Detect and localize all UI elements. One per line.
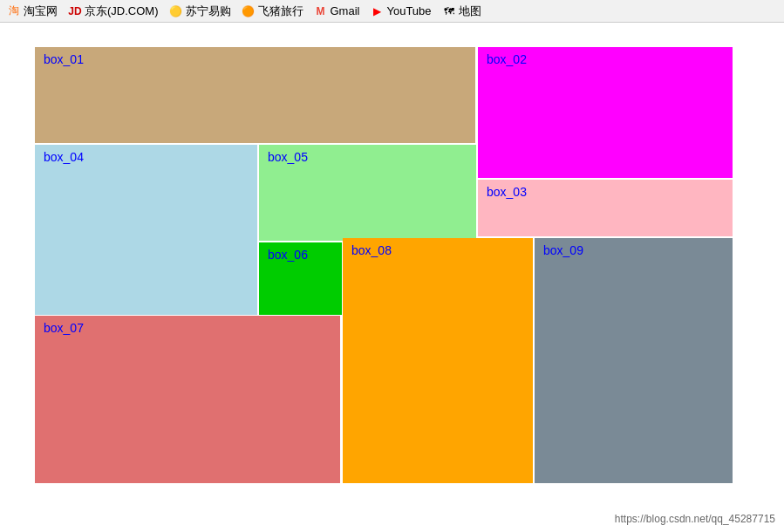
taobao-label: 淘宝网 (24, 3, 58, 19)
toolbar-gmail[interactable]: M Gmail (314, 4, 360, 18)
box-label-box_09: box_09 (543, 243, 583, 257)
gmail-label: Gmail (331, 4, 360, 17)
box-box_07: box_07 (35, 316, 340, 483)
maps-label: 地图 (459, 3, 481, 19)
box-label-box_05: box_05 (268, 150, 308, 164)
maps-icon: 🗺 (442, 4, 456, 18)
box-label-box_02: box_02 (487, 52, 527, 66)
box-box_04: box_04 (35, 145, 257, 315)
toolbar-suning[interactable]: 🟡 苏宁易购 (169, 3, 231, 19)
suning-label: 苏宁易购 (186, 3, 231, 19)
toolbar-feizhu[interactable]: 🟠 飞猪旅行 (242, 3, 303, 19)
box-label-box_07: box_07 (44, 321, 84, 335)
feizhu-icon: 🟠 (242, 4, 256, 18)
box-label-box_03: box_03 (487, 185, 527, 199)
box-box_06: box_06 (259, 242, 342, 315)
feizhu-label: 飞猪旅行 (258, 3, 303, 19)
box-box_03: box_03 (478, 180, 733, 236)
toolbar-youtube[interactable]: ▶ YouTube (370, 4, 431, 18)
gmail-icon: M (314, 4, 328, 18)
jd-label: 京东(JD.COM) (85, 3, 159, 19)
toolbar-taobao[interactable]: 淘 淘宝网 (7, 3, 58, 19)
toolbar-jd[interactable]: JD 京东(JD.COM) (68, 3, 159, 19)
jd-icon: JD (68, 4, 82, 18)
box-label-box_04: box_04 (44, 150, 84, 164)
youtube-icon: ▶ (370, 4, 384, 18)
taobao-icon: 淘 (7, 4, 21, 18)
toolbar-maps[interactable]: 🗺 地图 (442, 3, 481, 19)
box-box_05: box_05 (259, 145, 476, 241)
box-label-box_06: box_06 (268, 248, 308, 262)
suning-icon: 🟡 (169, 4, 183, 18)
main-content: https://blog.csdn.net/qq_45287715 box_01… (0, 23, 784, 532)
box-box_08: box_08 (343, 238, 533, 483)
box-label-box_01: box_01 (44, 52, 84, 66)
youtube-label: YouTube (386, 4, 431, 17)
box-box_01: box_01 (35, 47, 475, 143)
box-box_09: box_09 (535, 238, 733, 483)
box-box_02: box_02 (478, 47, 733, 178)
browser-toolbar: 淘 淘宝网 JD 京东(JD.COM) 🟡 苏宁易购 🟠 飞猪旅行 M Gmai… (0, 0, 784, 23)
footer-url: https://blog.csdn.net/qq_45287715 (615, 513, 775, 525)
box-label-box_08: box_08 (351, 243, 392, 257)
